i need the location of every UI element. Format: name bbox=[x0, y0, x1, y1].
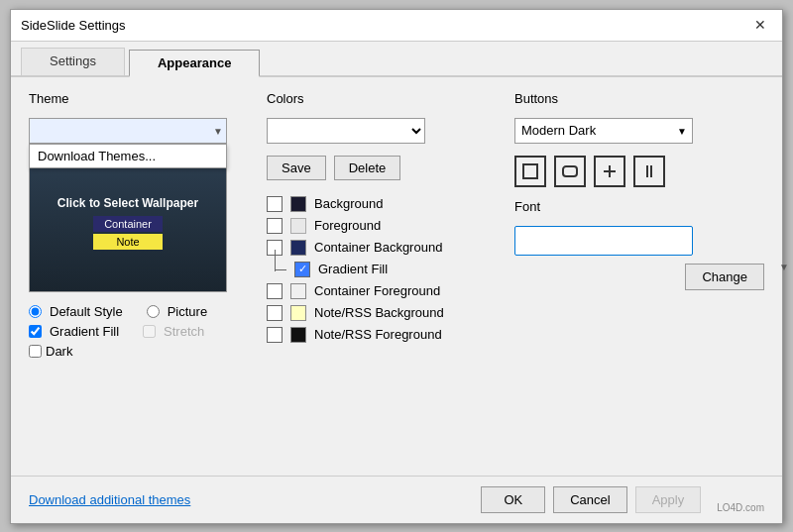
plus-button-icon[interactable] bbox=[594, 156, 625, 187]
gradient-fill-label: Gradient Fill bbox=[318, 262, 388, 276]
color-item-container-background: Container Background bbox=[267, 240, 495, 256]
change-button[interactable]: Change bbox=[685, 264, 764, 290]
cancel-button[interactable]: Cancel bbox=[553, 486, 626, 513]
buttons-dropdown-wrapper: Modern Dark ▼ bbox=[514, 118, 693, 144]
buttons-label: Buttons bbox=[514, 91, 764, 106]
container-fg-checkbox[interactable] bbox=[267, 283, 283, 299]
foreground-label: Foreground bbox=[314, 218, 381, 233]
settings-window: SideSlide Settings ✕ Settings Appearance… bbox=[10, 9, 783, 524]
connector-vertical-line bbox=[275, 250, 276, 271]
download-themes-item[interactable]: Download Themes... bbox=[30, 145, 226, 167]
note-bg-checkbox[interactable] bbox=[267, 305, 283, 321]
background-checkbox[interactable] bbox=[267, 196, 283, 212]
note-fg-label: Note/RSS Foreground bbox=[314, 327, 442, 342]
note-fg-swatch bbox=[290, 327, 306, 343]
svg-rect-1 bbox=[563, 166, 577, 176]
theme-select[interactable] bbox=[29, 118, 227, 144]
theme-label: Theme bbox=[29, 91, 247, 106]
bars-button-icon[interactable] bbox=[633, 156, 665, 187]
gradient-stretch-row: Gradient Fill Stretch bbox=[29, 324, 247, 339]
tab-settings[interactable]: Settings bbox=[21, 48, 125, 75]
ok-button[interactable]: OK bbox=[481, 486, 545, 513]
color-item-background: Background bbox=[267, 196, 495, 212]
close-button[interactable]: ✕ bbox=[748, 15, 772, 35]
default-style-radio[interactable]: Default Style bbox=[29, 304, 123, 319]
color-item-gradient-fill: Gradient Fill bbox=[294, 262, 495, 277]
dark-check-row: Dark bbox=[29, 344, 247, 359]
bottom-buttons: OK Cancel Apply LO4D.com bbox=[481, 486, 764, 513]
font-label: Font bbox=[514, 199, 764, 214]
tab-appearance[interactable]: Appearance bbox=[129, 50, 260, 77]
colors-row: ▼ bbox=[267, 118, 495, 144]
square-button-icon[interactable] bbox=[514, 156, 546, 187]
preview-container-label: Container bbox=[93, 216, 163, 232]
color-items-list: Background Foreground Container Backgrou… bbox=[267, 196, 495, 343]
tab-bar: Settings Appearance bbox=[11, 42, 782, 77]
apply-button[interactable]: Apply bbox=[635, 486, 702, 513]
container-bg-swatch bbox=[290, 240, 306, 256]
color-item-foreground: Foreground bbox=[267, 218, 495, 234]
background-label: Background bbox=[314, 196, 383, 211]
wallpaper-text: Click to Select Wallpaper bbox=[57, 196, 198, 210]
preview-box[interactable]: Click to Select Wallpaper Container Note bbox=[29, 154, 227, 292]
download-themes-link[interactable]: Download additional themes bbox=[29, 492, 190, 507]
btn-icons-row bbox=[514, 156, 764, 187]
dark-check[interactable]: Dark bbox=[29, 344, 72, 359]
container-background-label: Container Background bbox=[314, 240, 442, 255]
colors-select[interactable] bbox=[267, 118, 425, 144]
container-foreground-label: Container Foreground bbox=[314, 283, 440, 298]
preview-container-widget: Container Note bbox=[93, 216, 163, 250]
color-item-note-fg: Note/RSS Foreground bbox=[267, 327, 495, 343]
preview-note-label: Note bbox=[93, 234, 163, 250]
main-row: Theme ▼ Download Themes... Click to Sele… bbox=[29, 91, 764, 462]
picture-radio[interactable]: Picture bbox=[147, 304, 207, 319]
save-delete-row: Save Delete bbox=[267, 156, 495, 180]
left-panel: Theme ▼ Download Themes... Click to Sele… bbox=[29, 91, 247, 462]
stretch-check[interactable]: Stretch bbox=[143, 324, 204, 339]
color-item-note-bg: Note/RSS Background bbox=[267, 305, 495, 321]
options-row: Default Style Picture Gradient Fill bbox=[29, 304, 247, 359]
connector-horizontal-line bbox=[275, 269, 286, 270]
watermark: LO4D.com bbox=[717, 502, 764, 513]
theme-dropdown-menu: Download Themes... bbox=[29, 144, 227, 168]
theme-dropdown[interactable]: ▼ Download Themes... bbox=[29, 118, 227, 144]
note-fg-checkbox[interactable] bbox=[267, 327, 283, 343]
delete-button[interactable]: Delete bbox=[334, 156, 401, 180]
foreground-swatch bbox=[290, 218, 306, 234]
gradient-fill-check[interactable]: Gradient Fill bbox=[29, 324, 119, 339]
gradient-fill-checkbox[interactable] bbox=[294, 262, 310, 277]
svg-rect-0 bbox=[523, 164, 537, 178]
container-fg-swatch bbox=[290, 283, 306, 299]
save-button[interactable]: Save bbox=[267, 156, 326, 180]
foreground-checkbox[interactable] bbox=[267, 218, 283, 234]
right-panel: Buttons Modern Dark ▼ bbox=[514, 91, 764, 462]
radio-row: Default Style Picture bbox=[29, 304, 247, 319]
buttons-section: Buttons Modern Dark ▼ bbox=[514, 91, 764, 187]
colors-label: Colors bbox=[267, 91, 495, 106]
note-bg-swatch bbox=[290, 305, 306, 321]
font-section: Font Segoe UI 10 Change bbox=[514, 199, 764, 290]
middle-panel: Colors ▼ Save Delete Backgr bbox=[267, 91, 495, 462]
background-swatch bbox=[290, 196, 306, 212]
note-bg-label: Note/RSS Background bbox=[314, 305, 444, 320]
rounded-button-icon[interactable] bbox=[554, 156, 586, 187]
buttons-select[interactable]: Modern Dark bbox=[514, 118, 693, 144]
title-bar: SideSlide Settings ✕ bbox=[11, 10, 782, 42]
window-title: SideSlide Settings bbox=[21, 18, 126, 33]
font-input[interactable]: Segoe UI 10 bbox=[514, 226, 693, 256]
color-item-container-foreground: Container Foreground bbox=[267, 283, 495, 299]
bottom-bar: Download additional themes OK Cancel App… bbox=[11, 476, 782, 523]
colors-dropdown-arrow-icon: ▼ bbox=[779, 261, 789, 271]
main-content: Theme ▼ Download Themes... Click to Sele… bbox=[11, 77, 782, 476]
